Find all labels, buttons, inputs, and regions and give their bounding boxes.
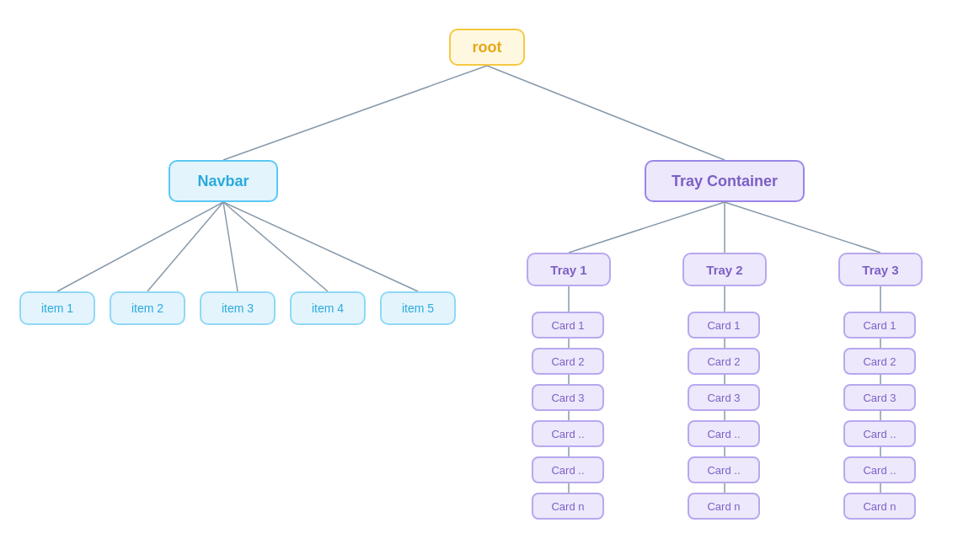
navbar-item-1[interactable]: item 1	[19, 291, 95, 325]
svg-line-2	[57, 202, 223, 291]
tray-1-node[interactable]: Tray 1	[527, 253, 611, 286]
tray1-card-3-label: Card 3	[551, 392, 584, 404]
navbar-label: Navbar	[197, 173, 249, 190]
navbar-item-3[interactable]: item 3	[200, 291, 276, 325]
tray1-card-1-label: Card 1	[551, 319, 584, 332]
tray2-card-n-label: Card n	[707, 500, 740, 513]
tray2-card-5[interactable]: Card ..	[688, 456, 760, 483]
tray1-card-5-label: Card ..	[551, 464, 584, 477]
tray-container-label: Tray Container	[672, 173, 778, 190]
root-label: root	[473, 39, 502, 56]
tray1-card-4[interactable]: Card ..	[532, 420, 604, 447]
tray3-card-3[interactable]: Card 3	[843, 384, 916, 411]
connector-lines	[0, 0, 974, 560]
tray1-card-1[interactable]: Card 1	[532, 312, 604, 339]
navbar-item-2[interactable]: item 2	[110, 291, 185, 325]
item-3-label: item 3	[222, 301, 254, 315]
svg-line-4	[223, 202, 238, 291]
tray3-card-1-label: Card 1	[863, 319, 896, 332]
svg-line-9	[725, 202, 880, 253]
tray1-card-5[interactable]: Card ..	[532, 456, 604, 483]
tray-container-node[interactable]: Tray Container	[645, 160, 805, 202]
tray3-card-2-label: Card 2	[863, 355, 896, 368]
item-4-label: item 4	[312, 301, 344, 315]
tray2-card-5-label: Card ..	[707, 464, 740, 477]
navbar-item-4[interactable]: item 4	[290, 291, 366, 325]
tray-2-node[interactable]: Tray 2	[682, 253, 767, 286]
tray3-card-n-label: Card n	[863, 500, 896, 513]
tray3-card-4[interactable]: Card ..	[843, 420, 916, 447]
svg-line-3	[147, 202, 223, 291]
diagram: root Navbar Tray Container item 1 item 2…	[0, 0, 974, 560]
navbar-node[interactable]: Navbar	[169, 160, 278, 202]
item-1-label: item 1	[41, 301, 73, 315]
tray-2-label: Tray 2	[706, 263, 742, 277]
tray2-card-n[interactable]: Card n	[688, 493, 760, 520]
tray3-card-1[interactable]: Card 1	[843, 312, 916, 339]
tray1-card-n-label: Card n	[551, 500, 584, 513]
tray3-card-2[interactable]: Card 2	[843, 348, 916, 375]
tray3-card-3-label: Card 3	[863, 392, 896, 404]
tray-3-label: Tray 3	[862, 263, 898, 277]
tray2-card-3[interactable]: Card 3	[688, 384, 760, 411]
tray3-card-5-label: Card ..	[863, 464, 896, 477]
tray3-card-4-label: Card ..	[863, 428, 896, 440]
tray2-card-2-label: Card 2	[707, 355, 740, 368]
tray1-card-2[interactable]: Card 2	[532, 348, 604, 375]
tray-3-node[interactable]: Tray 3	[838, 253, 923, 286]
tray1-card-2-label: Card 2	[551, 355, 584, 368]
tray2-card-2[interactable]: Card 2	[688, 348, 760, 375]
item-5-label: item 5	[402, 301, 434, 315]
tray2-card-3-label: Card 3	[707, 392, 740, 404]
tray2-card-4-label: Card ..	[707, 428, 740, 440]
svg-line-1	[487, 66, 725, 160]
tray2-card-1[interactable]: Card 1	[688, 312, 760, 339]
svg-line-0	[223, 66, 487, 160]
root-node[interactable]: root	[449, 29, 525, 66]
tray1-card-3[interactable]: Card 3	[532, 384, 604, 411]
svg-line-6	[223, 202, 418, 291]
svg-line-5	[223, 202, 328, 291]
tray2-card-1-label: Card 1	[707, 319, 740, 332]
tray-1-label: Tray 1	[550, 263, 586, 277]
tray3-card-n[interactable]: Card n	[843, 493, 916, 520]
tray2-card-4[interactable]: Card ..	[688, 420, 760, 447]
navbar-item-5[interactable]: item 5	[380, 291, 456, 325]
svg-line-7	[569, 202, 725, 253]
tray1-card-n[interactable]: Card n	[532, 493, 604, 520]
item-2-label: item 2	[131, 301, 163, 315]
tray1-card-4-label: Card ..	[551, 428, 584, 440]
tray3-card-5[interactable]: Card ..	[843, 456, 916, 483]
